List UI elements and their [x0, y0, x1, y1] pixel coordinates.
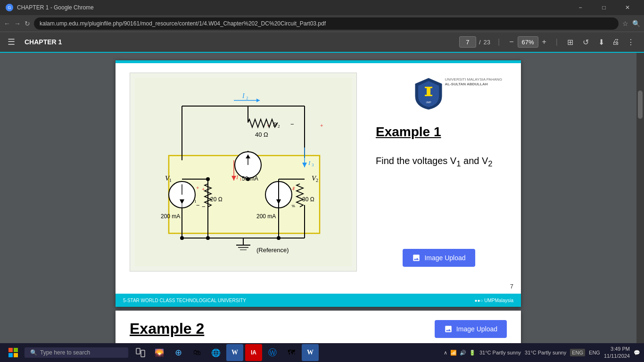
svg-text:(Reference): (Reference) — [256, 247, 289, 254]
pdf-page-7: I 2 + + R 2 − 40 Ω — [116, 60, 521, 307]
svg-text:2: 2 — [278, 124, 280, 129]
example2-right: Image Upload — [435, 320, 507, 343]
image-upload-button[interactable]: Image Upload — [403, 249, 475, 267]
start-button[interactable] — [4, 344, 23, 361]
system-tray: ∧ 📶 🔊 🔋 — [444, 350, 476, 356]
svg-point-70 — [246, 177, 250, 181]
page-number: 7 — [116, 281, 521, 294]
svg-text:3: 3 — [312, 163, 314, 167]
pdf-container: I 2 + + R 2 − 40 Ω — [0, 53, 636, 343]
image-upload-icon-2 — [444, 325, 453, 333]
forward-icon[interactable]: → — [14, 20, 21, 27]
svg-text:+: + — [292, 185, 295, 190]
svg-text:1: 1 — [169, 178, 172, 183]
menu-icon[interactable]: ☰ — [8, 37, 15, 47]
word-icon[interactable]: W — [226, 344, 243, 361]
svg-rect-87 — [141, 350, 145, 357]
maps-icon[interactable]: 🗺 — [283, 344, 300, 361]
search-placeholder: Type here to search — [40, 349, 90, 356]
svg-text:−: − — [202, 203, 206, 210]
language-display: ENG — [570, 349, 585, 356]
task-view-icon — [136, 348, 145, 357]
svg-text:−: − — [290, 121, 294, 128]
ia-icon[interactable]: IA — [245, 344, 262, 361]
right-content: UMP UNIVERSITI MALAYSIA PAHANG AL-SULTAN… — [366, 73, 507, 272]
rotate-button[interactable]: ↺ — [581, 37, 591, 48]
svg-text:1: 1 — [239, 177, 242, 181]
maximize-button[interactable]: □ — [593, 0, 615, 15]
svg-text:−: − — [196, 202, 200, 209]
svg-text:I: I — [236, 173, 239, 181]
image-upload-label-2: Image Upload — [456, 325, 497, 333]
pdf-page-8: Example 2 Image Upload — [116, 311, 521, 343]
taskbar-right: ∧ 📶 🔊 🔋 31°C Partly sunny 31°C Partly su… — [444, 346, 640, 360]
zoom-decrease-button[interactable]: − — [507, 37, 515, 47]
speaker-icon: 🔊 — [460, 350, 466, 356]
close-button[interactable]: ✕ — [617, 0, 638, 15]
taskbar-search[interactable]: 🔍 Type here to search — [25, 347, 128, 358]
word2-icon[interactable]: W — [302, 344, 319, 361]
svg-rect-76 — [427, 88, 430, 95]
page-separator: / — [479, 39, 481, 46]
pdf-title: CHAPTER 1 — [25, 38, 62, 46]
chrome-taskbar-icon[interactable]: 🌐 — [207, 344, 224, 361]
university-logo: UMP UNIVERSITI MALAYSIA PAHANG AL-SULTAN… — [376, 77, 502, 110]
microsoft-store-icon[interactable]: 🛍 — [189, 344, 206, 361]
page-navigation: / 23 — [459, 36, 490, 48]
zoom-value-input[interactable] — [518, 36, 538, 48]
battery-icon: 🔋 — [469, 350, 476, 356]
scroll-area[interactable] — [636, 53, 644, 343]
page2-content: Example 2 Image Upload — [116, 311, 521, 343]
search-icon[interactable]: 🔍 — [632, 20, 640, 27]
page-footer: 5-STAR WORLD CLASS TECHNOLOGICAL UNIVERS… — [116, 294, 521, 307]
address-input[interactable] — [34, 17, 619, 30]
svg-text:2: 2 — [316, 178, 318, 183]
notification-icon[interactable]: 💬 — [634, 350, 640, 356]
svg-text:2: 2 — [246, 96, 248, 100]
current-page-input[interactable] — [459, 36, 476, 48]
image-upload-icon — [412, 254, 421, 262]
scroll-thumb[interactable] — [638, 90, 643, 119]
toolbar-sep2: | — [556, 38, 558, 46]
back-icon[interactable]: ← — [4, 20, 10, 27]
task-view-button[interactable] — [132, 344, 149, 361]
svg-text:30 Ω: 30 Ω — [302, 196, 314, 203]
zoom-controls: − + — [507, 36, 548, 48]
zoom-increase-button[interactable]: + — [540, 37, 548, 47]
main-area: I 2 + + R 2 − 40 Ω — [0, 53, 644, 343]
minimize-button[interactable]: − — [570, 0, 591, 15]
window-title: CHAPTER 1 - Google Chrome — [17, 4, 94, 11]
nature-wallpaper-icon[interactable]: 🌄 — [151, 344, 168, 361]
svg-text:UMP: UMP — [426, 101, 432, 104]
svg-text:50 mA: 50 mA — [242, 175, 258, 182]
svg-text:40 Ω: 40 Ω — [255, 131, 268, 138]
network-icon: 📶 — [450, 350, 457, 356]
edge-browser-icon[interactable]: ⊕ — [170, 344, 187, 361]
svg-text:20 Ω: 20 Ω — [210, 196, 223, 203]
weather-text: 31°C Partly sunny — [525, 350, 566, 355]
taskbar-icons: 🌄 ⊕ 🛍 🌐 W IA Ⓦ 🗺 W — [132, 344, 319, 361]
web-icon[interactable]: Ⓦ — [264, 344, 281, 361]
window-controls[interactable]: − □ ✕ — [570, 0, 638, 15]
svg-rect-82 — [8, 348, 13, 352]
svg-rect-86 — [136, 348, 140, 354]
problem-text: Find the voltages V1 and V2 — [376, 154, 502, 170]
svg-rect-75 — [425, 87, 432, 88]
image-upload-button-2[interactable]: Image Upload — [435, 320, 507, 338]
windows-icon — [8, 348, 18, 357]
time-display: 3:49 PM 11/11/2024 — [604, 346, 630, 360]
svg-text:+: + — [320, 123, 323, 128]
example-title: Example 1 — [376, 124, 502, 140]
toolbar-sep1: | — [498, 38, 500, 46]
logo-svg: UMP — [414, 77, 443, 110]
bookmark-icon[interactable]: ☆ — [622, 20, 628, 27]
total-pages: 23 — [484, 39, 490, 46]
print-button[interactable]: 🖨 — [610, 37, 621, 47]
weather-display: 31°C Partly sunny — [479, 350, 521, 355]
fit-page-button[interactable]: ⊞ — [565, 37, 575, 48]
more-button[interactable]: ⋮ — [625, 37, 636, 48]
up-arrow-icon[interactable]: ∧ — [444, 350, 447, 356]
page-content: I 2 + + R 2 − 40 Ω — [116, 63, 521, 281]
reload-icon[interactable]: ↻ — [25, 20, 30, 27]
download-button[interactable]: ⬇ — [596, 37, 606, 48]
